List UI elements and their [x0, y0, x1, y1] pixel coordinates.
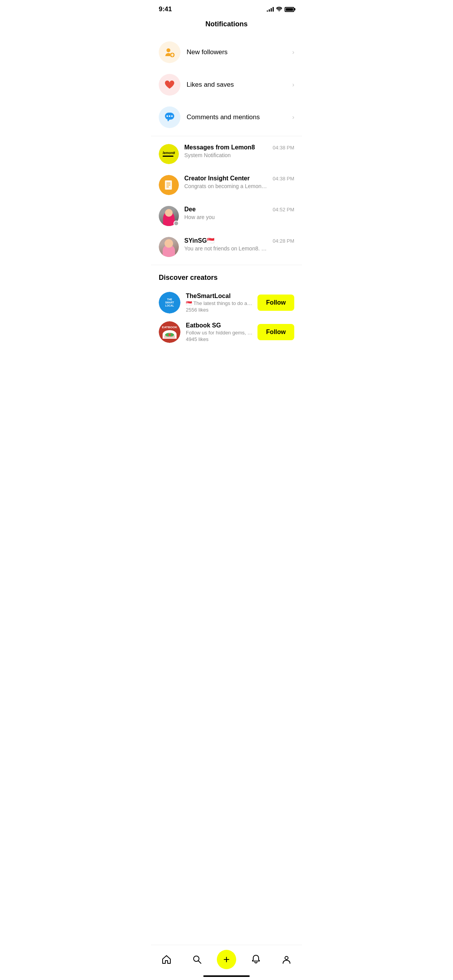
sy-preview: You are not friends on Lemon8. Protect y… [184, 245, 269, 252]
smartlocal-follow-button[interactable]: Follow [257, 295, 294, 311]
eatbook-avatar: EATBOOK [159, 321, 180, 343]
lemon8-time: 04:38 PM [273, 145, 294, 151]
divider-1 [151, 136, 302, 136]
comments-icon-bg [159, 106, 180, 128]
category-followers[interactable]: New followers › [151, 36, 302, 69]
svg-point-4 [169, 115, 170, 117]
followers-label: New followers [187, 48, 292, 56]
creator-insight-preview: Congrats on becoming a Lemon8 creator [184, 183, 269, 189]
lemon8-content: Messages from Lemon8 04:38 PM System Not… [184, 144, 294, 158]
document-icon [163, 180, 174, 190]
wifi-icon [276, 6, 282, 12]
eatbook-follow-button[interactable]: Follow [257, 324, 294, 340]
eatbook-desc: Follow us for hidden gems, easy rec… [186, 330, 254, 336]
message-lemon8[interactable]: lemon8 Messages from Lemon8 04:38 PM Sys… [151, 139, 302, 170]
sy-content: SYinSG🇸🇬 04:28 PM You are not friends on… [184, 237, 294, 252]
likes-chevron: › [292, 81, 294, 88]
dee-avatar-wrapper [159, 206, 179, 226]
message-sy[interactable]: SYinSG🇸🇬 04:28 PM You are not friends on… [151, 231, 302, 262]
svg-point-3 [166, 115, 168, 117]
eatbook-info: Eatbook SG Follow us for hidden gems, ea… [186, 322, 254, 342]
lemon8-name: Messages from Lemon8 [184, 144, 255, 151]
page-title: Notifications [151, 16, 302, 36]
category-likes[interactable]: Likes and saves › [151, 69, 302, 101]
likes-label: Likes and saves [187, 81, 292, 89]
followers-icon-bg [159, 41, 180, 63]
message-dee[interactable]: Dee 04:52 PM How are you [151, 200, 302, 231]
svg-point-0 [166, 48, 170, 52]
category-comments[interactable]: Comments and mentions › [151, 101, 302, 134]
lemon8-preview: System Notification [184, 152, 269, 158]
followers-icon [164, 46, 175, 58]
creator-thesmartlocal[interactable]: THESMARTLOCAL TheSmartLocal 🇸🇬 The lates… [159, 288, 294, 317]
svg-point-11 [168, 334, 171, 336]
smartlocal-avatar: THESMARTLOCAL [159, 292, 180, 314]
creator-insight-time: 04:38 PM [273, 176, 294, 182]
battery-icon [285, 7, 294, 12]
smartlocal-likes: 2556 likes [186, 307, 254, 313]
status-icons [267, 6, 294, 12]
dee-content: Dee 04:52 PM How are you [184, 206, 294, 220]
sy-time: 04:28 PM [273, 238, 294, 244]
creator-insight-content: Creator Insight Center 04:38 PM Congrats… [184, 175, 294, 189]
dee-preview: How are you [184, 214, 269, 220]
creator-eatbooksg[interactable]: EATBOOK Eatbook SG Follow us for hidden … [159, 317, 294, 347]
signal-icon [267, 7, 274, 12]
creator-insight-name: Creator Insight Center [184, 175, 250, 182]
eatbook-likes: 4945 likes [186, 336, 254, 342]
sy-avatar [159, 237, 179, 257]
lemon8-avatar: lemon8 [159, 144, 179, 164]
comments-label: Comments and mentions [187, 113, 292, 121]
followers-chevron: › [292, 49, 294, 56]
comment-icon [164, 112, 175, 123]
creator-insight-avatar [159, 175, 179, 195]
smartlocal-name: TheSmartLocal [186, 293, 254, 300]
message-creator-insight[interactable]: Creator Insight Center 04:38 PM Congrats… [151, 170, 302, 200]
online-dot [173, 221, 179, 226]
likes-icon-bg [159, 74, 180, 96]
heart-icon [164, 80, 175, 90]
smartlocal-desc: 🇸🇬 The latest things to do and see i… [186, 300, 254, 306]
dee-time: 04:52 PM [273, 207, 294, 212]
smartlocal-info: TheSmartLocal 🇸🇬 The latest things to do… [186, 293, 254, 313]
status-bar: 9:41 [151, 0, 302, 16]
status-time: 9:41 [159, 5, 172, 13]
divider-2 [151, 265, 302, 265]
dee-name: Dee [184, 206, 196, 213]
svg-point-5 [171, 115, 173, 117]
discover-section: Discover creators THESMARTLOCAL TheSmart… [151, 267, 302, 350]
eatbook-name: Eatbook SG [186, 322, 254, 329]
discover-title: Discover creators [159, 274, 294, 282]
comments-chevron: › [292, 114, 294, 121]
sy-name: SYinSG🇸🇬 [184, 237, 214, 244]
